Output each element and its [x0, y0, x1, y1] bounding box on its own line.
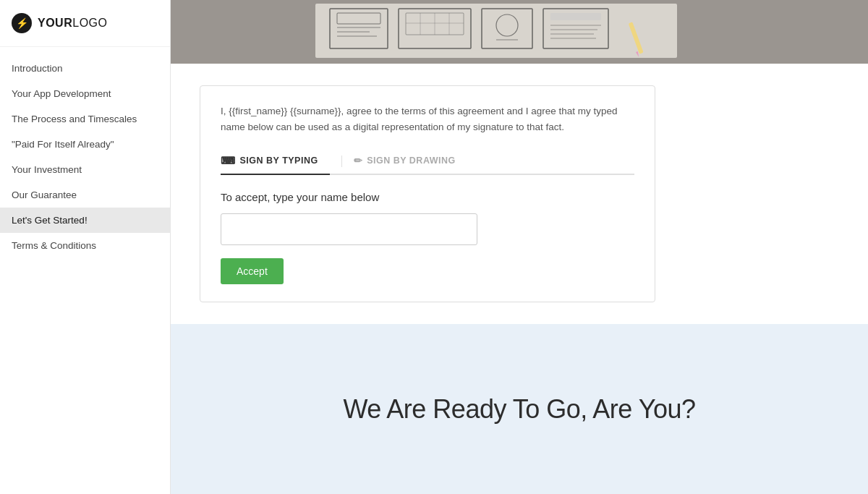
svg-rect-1: [315, 4, 677, 58]
pen-icon: ✏: [354, 155, 363, 166]
svg-rect-17: [550, 13, 601, 20]
accept-button[interactable]: Accept: [221, 258, 284, 284]
agreement-text: I, {{first_name}} {{surname}}, agree to …: [221, 103, 634, 135]
bottom-section: We Are Ready To Go, Are You?: [171, 324, 868, 494]
logo-normal: LOGO: [72, 17, 107, 29]
sidebar-item-our-guarantee[interactable]: Our Guarantee: [0, 182, 170, 208]
bottom-heading: We Are Ready To Go, Are You?: [343, 394, 695, 425]
logo-area: ⚡ YOURLOGO: [0, 0, 170, 47]
sidebar-item-terms-conditions[interactable]: Terms & Conditions: [0, 233, 170, 258]
sidebar-item-paid-for-itself[interactable]: "Paid For Itself Already": [0, 132, 170, 157]
card-area: I, {{first_name}} {{surname}}, agree to …: [171, 64, 868, 324]
sidebar-item-introduction[interactable]: Introduction: [0, 56, 170, 81]
tab-sign-by-drawing-label: SIGN BY DRAWING: [367, 156, 456, 166]
main-content: I, {{first_name}} {{surname}}, agree to …: [171, 0, 868, 494]
name-input[interactable]: [221, 213, 477, 245]
nav-list: Introduction Your App Development The Pr…: [0, 47, 170, 494]
tab-sign-by-typing[interactable]: ⌨ SIGN BY TYPING: [221, 149, 330, 175]
sidebar-item-process-timescales[interactable]: The Process and Timescales: [0, 106, 170, 132]
logo-icon: ⚡: [12, 13, 32, 33]
tab-sign-by-drawing[interactable]: ✏ SIGN BY DRAWING: [354, 149, 467, 175]
hero-image: [171, 0, 868, 64]
signature-card: I, {{first_name}} {{surname}}, agree to …: [200, 85, 655, 302]
sidebar-item-your-app-development[interactable]: Your App Development: [0, 81, 170, 106]
logo-bold: YOUR: [38, 17, 72, 29]
type-label: To accept, type your name below: [221, 191, 634, 203]
sidebar-item-your-investment[interactable]: Your Investment: [0, 157, 170, 182]
sidebar: ⚡ YOURLOGO Introduction Your App Develop…: [0, 0, 171, 494]
tab-sign-by-typing-label: SIGN BY TYPING: [240, 156, 318, 166]
logo-text: YOURLOGO: [38, 17, 107, 30]
sidebar-item-lets-get-started[interactable]: Let's Get Started!: [0, 208, 170, 233]
keyboard-icon: ⌨: [221, 155, 236, 166]
lightning-icon: ⚡: [16, 17, 28, 29]
tab-divider: [341, 156, 342, 167]
sign-tabs: ⌨ SIGN BY TYPING ✏ SIGN BY DRAWING: [221, 149, 634, 175]
